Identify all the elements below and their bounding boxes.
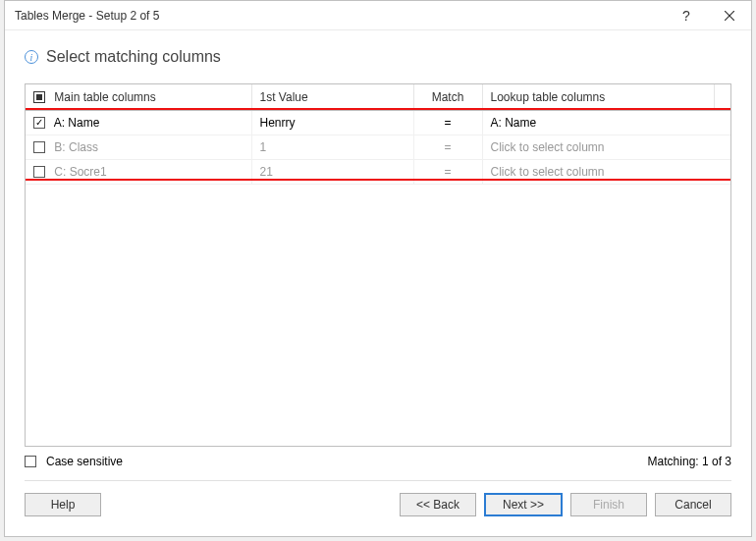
header-lookup-columns[interactable]: Lookup table columns — [482, 84, 715, 111]
row-main-label: C: Socre1 — [54, 165, 106, 179]
table-row[interactable]: B: Class 1 = Click to select column — [26, 135, 730, 160]
header-first-value[interactable]: 1st Value — [251, 84, 413, 111]
wizard-buttons: Help << Back Next >> Finish Cancel — [25, 480, 731, 524]
row-lookup[interactable]: A: Name — [491, 116, 537, 130]
matching-status: Matching: 1 of 3 — [648, 455, 731, 468]
options-row: Case sensitive Matching: 1 of 3 — [25, 447, 731, 480]
title-bar: Tables Merge - Setup 2 of 5 ? — [5, 1, 751, 30]
table-row[interactable]: C: Socre1 21 = Click to select column — [26, 160, 730, 185]
header-main-columns[interactable]: Main table columns — [26, 84, 251, 111]
case-sensitive-label: Case sensitive — [46, 455, 123, 468]
header-match[interactable]: Match — [413, 84, 482, 111]
header-spacer — [715, 84, 731, 111]
info-icon: i — [25, 50, 38, 64]
row-lookup[interactable]: Click to select column — [491, 140, 605, 154]
columns-table: Main table columns 1st Value Match Looku… — [25, 83, 731, 447]
row-value: 1 — [260, 140, 267, 154]
row-checkbox-icon[interactable]: ✓ — [33, 117, 45, 129]
dialog-content: i Select matching columns Main table col… — [5, 30, 751, 536]
row-match: = — [444, 165, 451, 179]
header-checkbox-icon[interactable] — [33, 91, 45, 103]
help-button[interactable]: Help — [25, 493, 101, 516]
row-checkbox-icon[interactable] — [33, 166, 45, 178]
back-button[interactable]: << Back — [400, 493, 476, 516]
help-icon[interactable]: ? — [665, 1, 708, 30]
row-value: 21 — [260, 165, 273, 179]
cancel-button[interactable]: Cancel — [655, 493, 731, 516]
row-value: Henrry — [260, 116, 296, 130]
row-match: = — [444, 140, 451, 154]
row-lookup[interactable]: Click to select column — [491, 165, 605, 179]
row-checkbox-icon[interactable] — [33, 141, 45, 153]
finish-button: Finish — [570, 493, 647, 516]
row-main-label: A: Name — [54, 116, 100, 130]
row-main-label: B: Class — [54, 140, 98, 154]
table-header-row: Main table columns 1st Value Match Looku… — [26, 84, 730, 111]
close-icon[interactable] — [708, 1, 751, 30]
page-heading: Select matching columns — [46, 48, 221, 66]
row-match: = — [444, 116, 451, 130]
next-button[interactable]: Next >> — [484, 493, 563, 516]
case-sensitive-checkbox[interactable]: Case sensitive — [25, 455, 123, 468]
table-row[interactable]: ✓ A: Name Henrry = A: Name — [26, 111, 730, 135]
dialog-window: Tables Merge - Setup 2 of 5 ? i Select m… — [4, 0, 752, 537]
header-main-label: Main table columns — [54, 90, 155, 104]
heading-row: i Select matching columns — [25, 48, 731, 66]
checkbox-icon — [25, 456, 36, 467]
window-title: Tables Merge - Setup 2 of 5 — [15, 9, 665, 23]
